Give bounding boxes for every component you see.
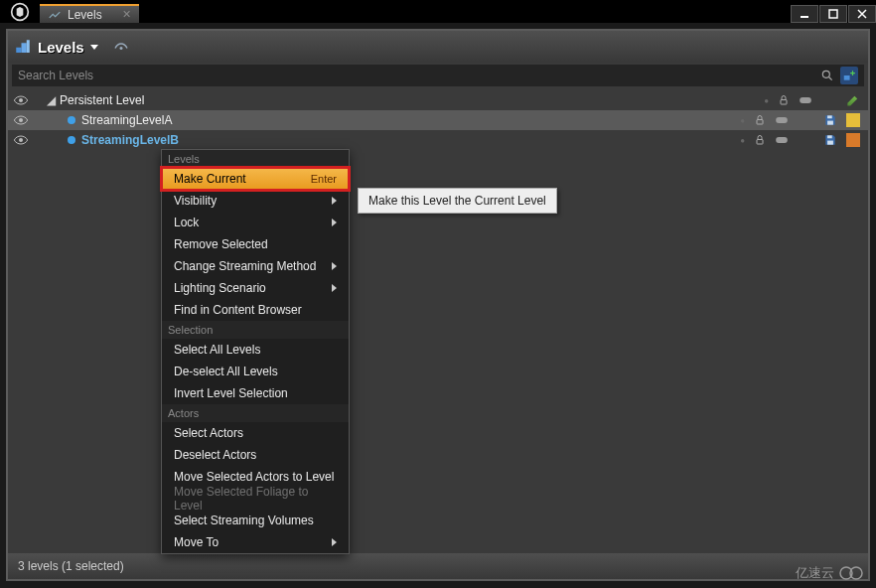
ctx-section-actors: Actors	[162, 404, 349, 422]
gamepad-icon[interactable]	[775, 134, 789, 146]
lock-icon[interactable]	[753, 134, 767, 146]
level-color-chip[interactable]	[846, 113, 860, 127]
save-icon[interactable]	[822, 133, 838, 147]
ue-logo	[0, 0, 40, 23]
streaming-dot-icon	[68, 116, 75, 124]
level-row-persistent[interactable]: ◢ Persistent Level ●	[8, 90, 868, 110]
expand-toggle[interactable]: ◢	[46, 93, 56, 107]
watermark: 亿速云	[796, 564, 864, 582]
svg-rect-2	[829, 10, 837, 18]
levels-icon	[14, 38, 32, 56]
save-icon[interactable]	[822, 113, 838, 127]
visibility-toggle[interactable]	[12, 114, 30, 126]
svg-point-12	[19, 118, 23, 122]
ctx-item-label: Select All Levels	[174, 343, 260, 357]
maximize-button[interactable]	[819, 5, 847, 23]
svg-rect-1	[801, 16, 808, 18]
svg-rect-3	[16, 48, 21, 53]
ctx-item-label: Select Streaming Volumes	[174, 514, 314, 527]
ctx-item-label: Move Selected Foliage to Level	[174, 485, 337, 513]
svg-rect-8	[844, 75, 850, 80]
ctx-item-label: De-select All Levels	[174, 365, 278, 378]
ctx-remove-selected[interactable]: Remove Selected	[162, 233, 349, 255]
gamepad-icon[interactable]	[775, 114, 789, 126]
summon-icon[interactable]	[112, 38, 130, 56]
ctx-item-label: Find in Content Browser	[174, 303, 302, 317]
ctx-item-label: Move To	[174, 535, 219, 549]
lock-icon[interactable]	[753, 114, 767, 126]
ctx-item-label: Deselect Actors	[174, 448, 256, 462]
visibility-toggle[interactable]	[12, 134, 30, 146]
search-input[interactable]	[18, 69, 814, 82]
add-level-button[interactable]	[840, 67, 858, 84]
close-button[interactable]	[848, 5, 876, 23]
ctx-make-current[interactable]: Make Current Enter	[162, 168, 349, 190]
ctx-select-all[interactable]: Select All Levels	[162, 339, 349, 361]
ctx-move-sel-foliage: Move Selected Foliage to Level	[162, 488, 349, 510]
search-icon[interactable]	[820, 69, 834, 82]
svg-rect-11	[800, 97, 811, 103]
submenu-arrow-icon	[332, 219, 337, 226]
status-text: 3 levels (1 selected)	[18, 559, 124, 573]
ctx-find-in-cb[interactable]: Find in Content Browser	[162, 299, 349, 321]
ctx-change-streaming[interactable]: Change Streaming Method	[162, 255, 349, 277]
level-tree: ◢ Persistent Level ● StreamingLevelA ●	[8, 90, 868, 150]
search-bar	[12, 65, 864, 86]
ctx-select-streaming-volumes[interactable]: Select Streaming Volumes	[162, 510, 349, 531]
svg-point-17	[19, 138, 23, 142]
submenu-arrow-icon	[332, 197, 337, 205]
gamepad-icon[interactable]	[799, 94, 812, 106]
ctx-move-to[interactable]: Move To	[162, 531, 349, 553]
ctx-deselect-all[interactable]: De-select All Levels	[162, 361, 349, 382]
submenu-arrow-icon	[332, 262, 337, 270]
window-buttons	[790, 5, 876, 23]
ctx-item-label: Visibility	[174, 194, 217, 208]
ctx-item-label: Lock	[174, 216, 199, 229]
ctx-item-label: Change Streaming Method	[174, 259, 316, 273]
levels-tab-icon	[48, 8, 62, 22]
lock-icon[interactable]	[777, 94, 791, 106]
level-dot: ●	[764, 96, 769, 105]
status-bar: 3 levels (1 selected)	[8, 553, 868, 579]
level-color-chip[interactable]	[846, 133, 860, 147]
svg-rect-18	[757, 140, 763, 145]
ctx-item-label: Select Actors	[174, 426, 243, 440]
tooltip: Make this Level the Current Level	[358, 188, 557, 214]
svg-rect-20	[827, 135, 832, 138]
ctx-item-label: Remove Selected	[174, 237, 268, 251]
ctx-section-selection: Selection	[162, 321, 349, 339]
svg-point-7	[822, 71, 829, 77]
level-name: StreamingLevelB	[81, 133, 179, 147]
ctx-item-label: Move Selected Actors to Level	[174, 470, 334, 484]
level-row-streaming-a[interactable]: StreamingLevelA ●	[8, 110, 868, 130]
svg-rect-19	[776, 137, 788, 143]
ctx-invert[interactable]: Invert Level Selection	[162, 382, 349, 404]
tab-close-icon[interactable]: ✕	[122, 8, 131, 21]
minimize-button[interactable]	[791, 5, 818, 23]
svg-point-6	[119, 47, 122, 50]
titlebar: Levels ✕	[0, 0, 876, 23]
svg-rect-13	[757, 120, 763, 125]
levels-dropdown[interactable]	[90, 45, 98, 50]
tab-levels[interactable]: Levels ✕	[40, 4, 139, 23]
ctx-lighting-scenario[interactable]: Lighting Scenario	[162, 277, 349, 299]
level-name: Persistent Level	[60, 93, 144, 107]
tab-title: Levels	[68, 8, 102, 22]
ctx-select-actors[interactable]: Select Actors	[162, 422, 349, 444]
ctx-visibility[interactable]: Visibility	[162, 190, 349, 212]
svg-rect-10	[781, 100, 787, 105]
svg-rect-5	[27, 40, 30, 53]
ctx-section-levels: Levels	[162, 150, 349, 168]
ctx-deselect-actors[interactable]: Deselect Actors	[162, 444, 349, 466]
context-menu: Levels Make Current Enter Visibility Loc…	[161, 149, 350, 554]
ctx-item-label: Make Current	[174, 172, 246, 186]
visibility-toggle[interactable]	[12, 94, 30, 106]
level-name: StreamingLevelA	[81, 113, 172, 127]
ctx-lock[interactable]: Lock	[162, 212, 349, 233]
edit-icon[interactable]	[846, 93, 860, 107]
level-dot: ●	[740, 116, 745, 125]
svg-rect-4	[22, 43, 27, 53]
svg-rect-14	[776, 117, 788, 123]
level-row-streaming-b[interactable]: StreamingLevelB ●	[8, 130, 868, 150]
watermark-logo-icon	[838, 565, 864, 581]
